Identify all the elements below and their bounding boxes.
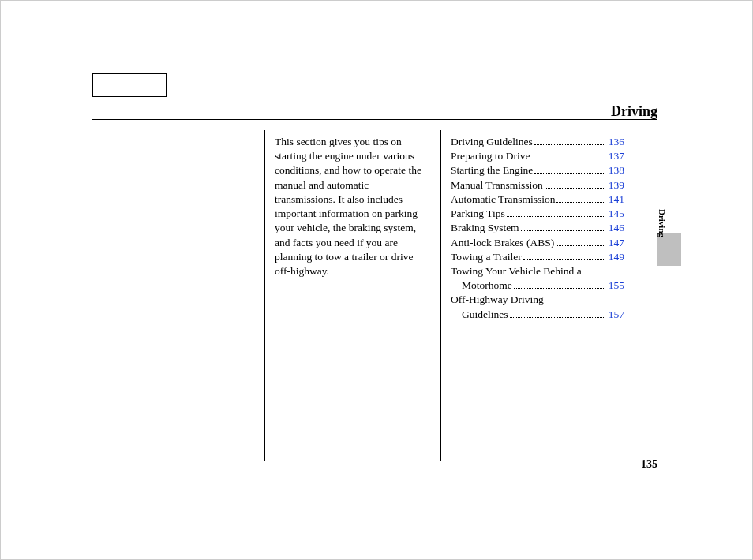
toc-leader-dots (556, 245, 605, 246)
toc-leader-dots (521, 230, 605, 231)
toc-leader-dots (545, 188, 605, 189)
toc-entry-page[interactable]: 147 (609, 236, 624, 250)
toc-entry-title: Off-Highway Driving (451, 293, 544, 307)
toc-entry-title: Driving Guidelines (451, 135, 533, 149)
toc-leader-dots (510, 317, 605, 318)
toc-entry-page[interactable]: 145 (609, 207, 624, 221)
toc-entry-page[interactable]: 136 (609, 135, 624, 149)
toc-entry-page[interactable]: 157 (609, 308, 624, 322)
toc-entry[interactable]: Starting the Engine138 (451, 163, 624, 177)
toc-entry[interactable]: Motorhome155 (451, 278, 624, 293)
toc-entry[interactable]: Driving Guidelines136 (451, 135, 624, 149)
toc-leader-dots (556, 202, 605, 203)
toc-entry-page[interactable]: 139 (609, 178, 624, 192)
toc-entry-title: Motorhome (451, 278, 512, 293)
toc-entry-title: Automatic Transmission (451, 192, 555, 207)
page-number: 135 (641, 457, 657, 472)
page: Driving This section gives you tips on s… (0, 0, 753, 560)
toc-leader-dots (514, 288, 605, 289)
toc-entry: Off-Highway Driving (451, 293, 624, 307)
toc-leader-dots (523, 259, 605, 260)
toc-entry-page[interactable]: 149 (609, 250, 624, 264)
toc-entry-title: Manual Transmission (451, 178, 543, 192)
toc-entry-page[interactable]: 155 (609, 278, 624, 293)
toc-entry-title: Guidelines (451, 308, 508, 322)
toc-entry[interactable]: Manual Transmission139 (451, 178, 624, 192)
toc-entry-title: Towing Your Vehicle Behind a (451, 264, 582, 278)
toc-entry[interactable]: Anti-lock Brakes (ABS)147 (451, 236, 624, 250)
intro-column: This section gives you tips on starting … (264, 130, 440, 461)
top-left-box (92, 73, 167, 97)
toc-entry[interactable]: Guidelines157 (451, 308, 624, 322)
toc-leader-dots (507, 216, 605, 217)
section-title: Driving (611, 102, 657, 121)
body-columns: This section gives you tips on starting … (92, 130, 657, 461)
toc-entry[interactable]: Automatic Transmission141 (451, 192, 624, 207)
toc-entry[interactable]: Parking Tips145 (451, 207, 624, 221)
title-underline (92, 119, 657, 120)
toc-entry-page[interactable]: 146 (609, 221, 624, 235)
toc-entry[interactable]: Towing a Trailer149 (451, 250, 624, 264)
left-empty-column (92, 130, 264, 461)
toc-leader-dots (534, 144, 605, 145)
side-tab-label: Driving (656, 209, 668, 237)
toc-entry-title: Anti-lock Brakes (ABS) (451, 236, 554, 250)
toc-entry: Towing Your Vehicle Behind a (451, 264, 624, 278)
toc-entry-title: Starting the Engine (451, 163, 533, 177)
toc-entry-title: Towing a Trailer (451, 250, 522, 264)
toc-leader-dots (531, 159, 605, 159)
toc-leader-dots (534, 173, 605, 174)
toc-entry-title: Braking System (451, 221, 519, 235)
toc-entry[interactable]: Preparing to Drive137 (451, 149, 624, 163)
side-tab (657, 233, 681, 266)
toc-entry-title: Preparing to Drive (451, 149, 530, 163)
toc-entry-title: Parking Tips (451, 207, 505, 221)
toc-entry[interactable]: Braking System146 (451, 221, 624, 235)
toc-column: Driving Guidelines136Preparing to Drive1… (440, 130, 634, 461)
toc-entry-page[interactable]: 137 (609, 149, 624, 163)
intro-paragraph: This section gives you tips on starting … (275, 135, 431, 278)
toc-entry-page[interactable]: 138 (609, 163, 624, 177)
toc-entry-page[interactable]: 141 (609, 192, 624, 207)
